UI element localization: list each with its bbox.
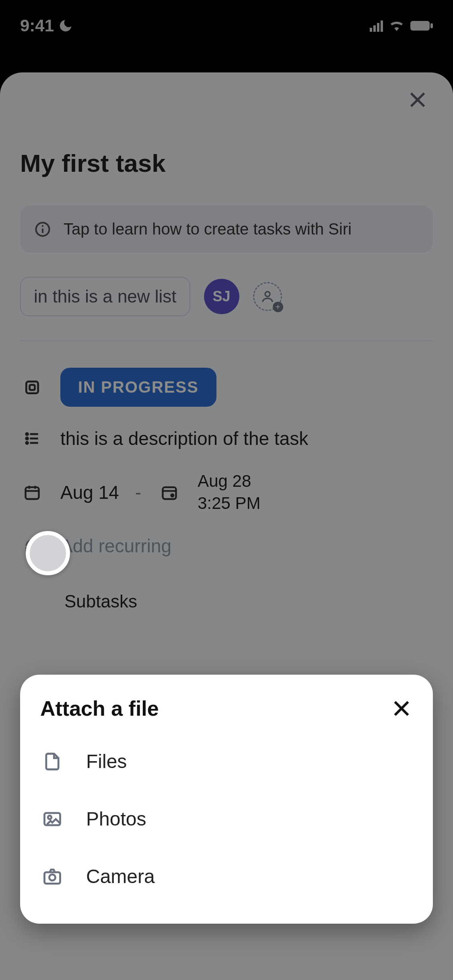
camera-icon [40, 866, 64, 887]
attach-option-photos[interactable]: Photos [40, 790, 413, 848]
photo-icon [40, 809, 64, 830]
sheet-title: Attach a file [40, 696, 159, 721]
attach-option-camera[interactable]: Camera [40, 848, 413, 905]
attach-option-label: Files [86, 750, 127, 772]
attach-file-sheet: Attach a file Files Photos [20, 675, 433, 924]
assistive-touch-indicator[interactable] [26, 531, 70, 575]
attach-option-label: Camera [86, 865, 155, 887]
svg-point-28 [49, 874, 55, 880]
attach-option-label: Photos [86, 808, 146, 830]
close-icon [390, 697, 413, 720]
file-icon [40, 751, 64, 772]
screen: 9:41 My first task Tap to learn how to c… [0, 0, 453, 980]
sheet-close-button[interactable] [390, 697, 413, 720]
attach-option-files[interactable]: Files [40, 733, 413, 790]
svg-point-26 [48, 815, 51, 819]
